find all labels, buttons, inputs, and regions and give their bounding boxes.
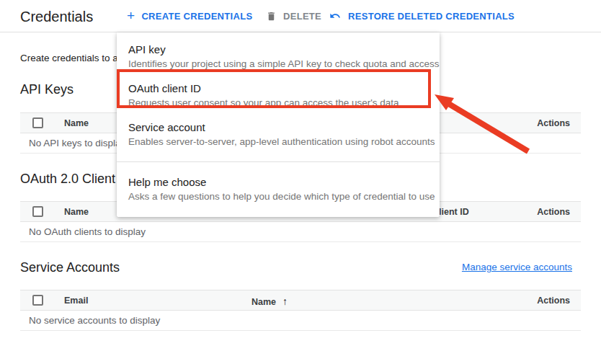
column-actions: Actions	[537, 207, 570, 217]
undo-arrow-icon	[329, 10, 342, 22]
column-actions: Actions	[537, 118, 570, 128]
menu-item-description: Enables server-to-server, app-level auth…	[128, 136, 428, 148]
select-all-checkbox[interactable]	[32, 295, 43, 306]
restore-deleted-credentials-button[interactable]: RESTORE DELETED CREDENTIALS	[329, 0, 515, 32]
create-credentials-label: CREATE CREDENTIALS	[141, 11, 252, 22]
api-keys-heading: API Keys	[20, 82, 74, 97]
menu-item-description: Requests user consent so your app can ac…	[128, 97, 428, 110]
column-name-sort[interactable]: Name↑	[251, 296, 288, 307]
table-row: No OAuth clients to display	[20, 222, 581, 242]
menu-item-help-me-choose[interactable]: Help me choose Asks a few questions to h…	[117, 171, 440, 210]
table-row: No service accounts to display	[20, 311, 581, 331]
service-accounts-heading: Service Accounts	[20, 260, 120, 275]
menu-item-description: Identifies your project using a simple A…	[128, 58, 428, 71]
toolbar: Credentials + CREATE CREDENTIALS DELETE …	[0, 0, 601, 32]
column-actions: Actions	[537, 296, 570, 306]
create-credentials-menu: API key Identifies your project using a …	[117, 32, 440, 217]
service-accounts-table: Email Name↑ Actions No service accounts …	[20, 290, 581, 331]
trash-icon	[266, 10, 277, 22]
arrow-up-icon: ↑	[282, 296, 288, 307]
page-title: Credentials	[20, 9, 93, 25]
empty-state-text: No OAuth clients to display	[29, 226, 146, 237]
credentials-page: Credentials + CREATE CREDENTIALS DELETE …	[0, 0, 601, 364]
menu-item-title: Service account	[128, 120, 428, 135]
create-credentials-button[interactable]: + CREATE CREDENTIALS	[127, 0, 252, 32]
menu-item-title: OAuth client ID	[128, 81, 428, 96]
plus-icon: +	[127, 9, 135, 22]
menu-item-title: Help me choose	[128, 175, 428, 190]
menu-divider	[117, 161, 440, 162]
menu-item-oauth-client-id[interactable]: OAuth client ID Requests user consent so…	[117, 77, 440, 116]
service-accounts-table-header: Email Name↑ Actions	[20, 290, 581, 311]
empty-state-text: No API keys to display	[29, 138, 125, 148]
column-email: Email	[64, 296, 88, 306]
menu-item-description: Asks a few questions to help you decide …	[128, 190, 428, 203]
column-name: Name	[64, 118, 89, 128]
menu-item-title: API key	[128, 43, 428, 57]
delete-button[interactable]: DELETE	[266, 0, 321, 32]
select-all-checkbox[interactable]	[32, 117, 43, 128]
empty-state-text: No service accounts to display	[29, 315, 160, 326]
select-all-checkbox[interactable]	[32, 206, 43, 217]
menu-item-api-key[interactable]: API key Identifies your project using a …	[117, 38, 440, 77]
menu-item-service-account[interactable]: Service account Enables server-to-server…	[117, 116, 440, 155]
restore-label: RESTORE DELETED CREDENTIALS	[348, 11, 515, 22]
delete-label: DELETE	[283, 11, 321, 22]
manage-service-accounts-link[interactable]: Manage service accounts	[462, 262, 572, 272]
column-name: Name	[64, 207, 89, 217]
